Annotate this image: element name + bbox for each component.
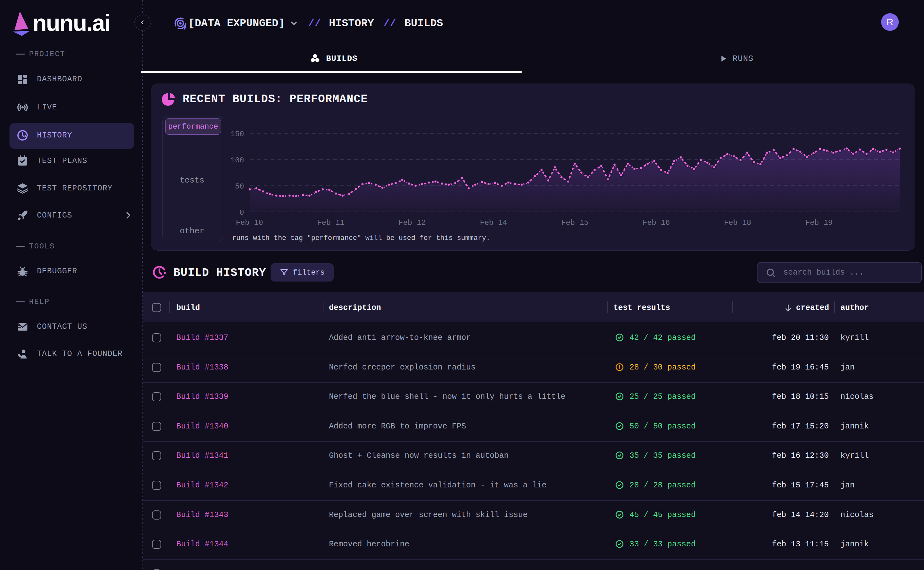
svg-text:100: 100 bbox=[230, 156, 244, 165]
svg-text:Feb 15: Feb 15 bbox=[561, 219, 588, 227]
svg-text:Feb 19: Feb 19 bbox=[805, 219, 832, 227]
svg-text:50: 50 bbox=[235, 182, 244, 191]
svg-text:Feb 14: Feb 14 bbox=[480, 219, 507, 227]
svg-text:0: 0 bbox=[240, 208, 244, 217]
svg-text:150: 150 bbox=[230, 130, 244, 138]
svg-text:Feb 12: Feb 12 bbox=[398, 219, 426, 227]
svg-text:Feb 16: Feb 16 bbox=[643, 219, 670, 227]
svg-text:Feb 18: Feb 18 bbox=[724, 219, 751, 227]
svg-text:Feb 11: Feb 11 bbox=[317, 219, 344, 227]
svg-text:Feb 10: Feb 10 bbox=[236, 219, 263, 227]
